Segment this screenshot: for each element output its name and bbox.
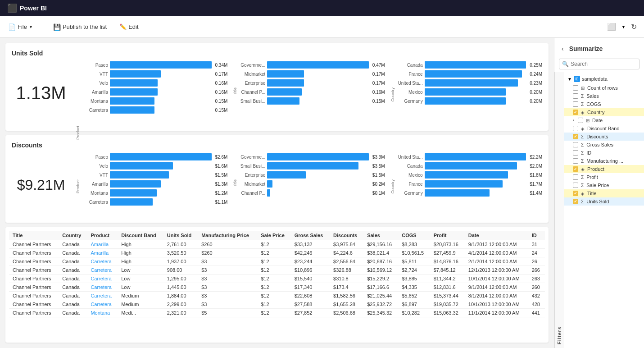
bar-value: 0.24M — [530, 72, 542, 77]
table-cell: $12 — [257, 275, 290, 283]
table-row[interactable]: Channel PartnersCanadaCarreteraLow908.00… — [9, 266, 545, 275]
bar-value: $1.6M — [215, 164, 228, 169]
discounts-country-axis-label: Country — [390, 179, 395, 194]
field-name-label: Discount Band — [587, 126, 640, 131]
units-sold-charts: Product Paseo0.34MVTT0.17MVelo0.16MAmari… — [75, 61, 542, 114]
table-row[interactable]: Channel PartnersCanadaCarreteraLow1,445.… — [9, 283, 545, 292]
field-item[interactable]: ΣDiscounts — [564, 133, 644, 141]
table-cell: $5 — [198, 309, 257, 317]
bar-track — [110, 97, 212, 105]
table-column-header[interactable]: Discounts — [330, 231, 363, 240]
table-column-header[interactable]: ID — [528, 231, 545, 240]
field-checkbox[interactable] — [573, 101, 578, 107]
table-column-header[interactable]: Units Sold — [163, 231, 198, 240]
field-item[interactable]: ΣSale Price — [564, 181, 644, 189]
table-column-header[interactable]: Profit — [430, 231, 465, 240]
field-checkbox[interactable] — [573, 158, 578, 164]
table-row[interactable]: Channel PartnersCanadaMontanaMedi...2,32… — [9, 309, 545, 317]
field-type-icon: Σ — [581, 94, 584, 99]
table-column-header[interactable]: Sale Price — [257, 231, 290, 240]
field-checkbox[interactable] — [573, 134, 578, 139]
toolbar-right: ⬜ ▼ ↻ — [605, 21, 639, 33]
table-row[interactable]: Channel PartnersCanadaAmarillaHigh3,520.… — [9, 249, 545, 257]
panel-search[interactable]: 🔍 — [559, 59, 639, 69]
table-cell: 428 — [528, 300, 545, 309]
bar-track — [110, 106, 212, 114]
table-cell: $173.4 — [330, 283, 363, 292]
publish-icon: 💾 — [53, 23, 61, 31]
bar-value: 0.23M — [530, 81, 542, 86]
field-item[interactable]: ◈Discount Band — [564, 124, 644, 133]
table-cell: Channel Partners — [9, 300, 59, 309]
table-column-header[interactable]: Sales — [363, 231, 398, 240]
bar-fill — [110, 153, 212, 160]
table-cell: Carretera — [87, 292, 118, 300]
field-item[interactable]: ›⊞Date — [564, 116, 644, 124]
discounts-country-chart: Country United Sta...$2.2MCanada$2.0MMex… — [390, 153, 542, 206]
table-cell: Amarilla — [87, 240, 118, 249]
field-checkbox[interactable] — [573, 191, 578, 196]
field-item[interactable]: ΣGross Sales — [564, 141, 644, 149]
table-column-header[interactable]: Title — [9, 231, 59, 240]
refresh-button[interactable]: ↻ — [629, 21, 639, 33]
data-table-container[interactable]: TitleCountryProductDiscount BandUnits So… — [9, 231, 545, 317]
publish-button[interactable]: 💾 Publish to the list — [50, 22, 109, 32]
field-item[interactable]: ΣSales — [564, 92, 644, 100]
field-checkbox[interactable] — [573, 85, 578, 91]
field-item[interactable]: ΣManufacturing ... — [564, 157, 644, 165]
table-row[interactable]: Channel PartnersCanadaCarreteraLow1,295.… — [9, 275, 545, 283]
table-column-header[interactable]: Gross Sales — [291, 231, 330, 240]
main-layout: Units Sold 1.13M Product Paseo0.34MVTT0.… — [0, 38, 644, 348]
file-button[interactable]: 📄 File ▼ — [5, 22, 36, 32]
field-checkbox[interactable] — [573, 93, 578, 99]
table-row[interactable]: Channel PartnersCanadaCarreteraHigh1,937… — [9, 257, 545, 266]
table-row[interactable]: Channel PartnersCanadaAmarillaHigh2,761.… — [9, 240, 545, 249]
edit-button[interactable]: ✏️ Edit — [117, 22, 141, 32]
table-cell: $15,063.32 — [430, 309, 465, 317]
field-type-icon: Σ — [581, 134, 584, 139]
field-checkbox[interactable] — [573, 174, 578, 180]
table-cell: $15,229.2 — [363, 275, 398, 283]
field-item[interactable]: ⊞Count of rows — [564, 84, 644, 92]
panel-fields[interactable]: ▼ ⊞ sampledata ⊞Count of rowsΣSalesΣCOGS… — [564, 72, 644, 348]
field-checkbox[interactable] — [573, 166, 578, 172]
field-checkbox[interactable] — [573, 142, 578, 147]
field-item[interactable]: ΣCOGS — [564, 100, 644, 108]
view-toggle-button[interactable]: ⬜ — [605, 21, 618, 33]
discounts-charts: Product Paseo$2.6MVelo$1.6MVTT$1.5MAmari… — [75, 153, 542, 206]
field-item[interactable]: ◈Title — [564, 189, 644, 197]
table-row[interactable]: Channel PartnersCanadaCarreteraMedium1,8… — [9, 292, 545, 300]
field-checkbox[interactable] — [573, 150, 578, 156]
sampledata-table-icon: ⊞ — [574, 76, 580, 82]
field-item[interactable]: ◈Product — [564, 165, 644, 173]
field-checkbox[interactable] — [573, 183, 578, 188]
field-checkbox[interactable] — [573, 110, 578, 115]
field-item[interactable]: ΣID — [564, 149, 644, 157]
table-column-header[interactable]: Product — [87, 231, 118, 240]
field-item[interactable]: ΣProfit — [564, 173, 644, 181]
bar-row: Enterprise$1.5M — [240, 171, 385, 179]
table-cell: $33,132 — [291, 240, 330, 249]
field-checkbox[interactable] — [573, 199, 578, 204]
panel-collapse-button[interactable]: ‹ — [558, 41, 567, 56]
table-cell: Low — [118, 283, 163, 292]
table-row[interactable]: Channel PartnersCanadaCarreteraMedium2,2… — [9, 300, 545, 309]
field-item[interactable]: ◈Country — [564, 108, 644, 116]
field-checkbox[interactable] — [578, 118, 583, 123]
table-column-header[interactable]: Discount Band — [118, 231, 163, 240]
field-type-icon: Σ — [581, 183, 584, 188]
table-column-header[interactable]: Country — [59, 231, 87, 240]
table-cell: $6,897 — [398, 300, 430, 309]
field-checkbox[interactable] — [573, 126, 578, 131]
table-cell: $17,166.6 — [363, 283, 398, 292]
bar-value: $0.1M — [372, 191, 385, 196]
field-item[interactable]: ΣUnits Sold — [564, 197, 644, 206]
bar-row: Paseo$2.6M — [83, 153, 227, 160]
table-column-header[interactable]: Date — [465, 231, 528, 240]
sampledata-header[interactable]: ▼ ⊞ sampledata — [564, 74, 644, 84]
table-cell: $19,035.72 — [430, 300, 465, 309]
table-cell: $2,724 — [398, 266, 430, 275]
table-column-header[interactable]: COGS — [398, 231, 430, 240]
table-column-header[interactable]: Manufacturing Price — [198, 231, 257, 240]
search-input[interactable] — [571, 61, 638, 67]
